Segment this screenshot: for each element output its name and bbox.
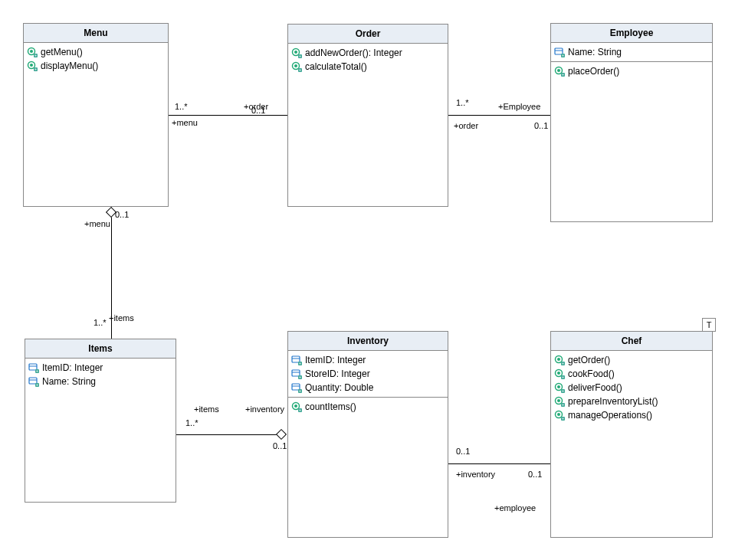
- method-row: displayMenu(): [24, 59, 168, 73]
- method-row: addNewOrder(): Integer: [288, 46, 448, 60]
- class-title: Menu: [24, 24, 168, 43]
- attr-icon: [28, 376, 39, 387]
- template-box: T: [702, 318, 716, 332]
- attr-row: ItemID: Integer: [288, 353, 448, 367]
- method-text: calculateTotal(): [305, 61, 367, 72]
- class-chef[interactable]: Chef getOrder() cookFood() deliverFood()…: [550, 331, 713, 538]
- class-order[interactable]: Order addNewOrder(): Integer calculateTo…: [287, 24, 448, 207]
- method-text: manageOperations(): [568, 410, 652, 421]
- role: +menu: [84, 219, 110, 228]
- method-text: deliverFood(): [568, 382, 622, 393]
- multiplicity: 1..*: [94, 318, 107, 327]
- method-icon: [291, 61, 302, 72]
- method-row: manageOperations(): [551, 408, 712, 422]
- role: +items: [194, 404, 219, 414]
- attr-text: ItemID: Integer: [305, 355, 366, 365]
- class-employee[interactable]: Employee Name: String placeOrder(): [550, 23, 713, 222]
- attr-icon: [291, 368, 302, 379]
- method-icon: [554, 355, 565, 365]
- connector-inventory-chef: [448, 463, 550, 464]
- class-inventory[interactable]: Inventory ItemID: Integer StoreID: Integ…: [287, 331, 448, 538]
- role: +Employee: [498, 102, 540, 111]
- attr-row: Name: String: [25, 375, 176, 388]
- method-text: placeOrder(): [568, 66, 619, 77]
- method-icon: [554, 396, 565, 407]
- method-icon: [27, 47, 38, 57]
- class-title: Employee: [551, 24, 712, 43]
- multiplicity: 0..1: [273, 441, 287, 450]
- method-icon: [554, 410, 565, 421]
- attr-text: Quantity: Double: [305, 382, 373, 393]
- multiplicity: 0..1: [456, 447, 470, 456]
- class-title: Items: [25, 339, 176, 359]
- class-title: Order: [288, 25, 448, 44]
- role: +menu: [172, 118, 198, 127]
- attr-text: StoreID: Integer: [305, 368, 370, 379]
- attr-text: Name: String: [42, 376, 96, 387]
- method-text: countItems(): [305, 401, 356, 412]
- method-row: deliverFood(): [551, 381, 712, 395]
- method-text: cookFood(): [568, 368, 615, 379]
- aggregation-diamond: [276, 429, 287, 440]
- class-menu[interactable]: Menu getMenu() displayMenu(): [23, 23, 169, 207]
- method-text: getOrder(): [568, 355, 610, 365]
- method-row: getOrder(): [551, 353, 712, 367]
- method-icon: [554, 66, 565, 77]
- method-icon: [27, 61, 38, 71]
- method-text: prepareInventoryList(): [568, 396, 658, 407]
- class-title: Inventory: [288, 332, 448, 351]
- connector-items-inventory: [176, 434, 282, 435]
- attr-row: Name: String: [551, 45, 712, 59]
- method-row: placeOrder(): [551, 64, 712, 78]
- role: +inventory: [456, 470, 495, 479]
- method-text: getMenu(): [41, 47, 83, 57]
- attr-text: Name: String: [568, 47, 622, 57]
- attr-row: Quantity: Double: [288, 381, 448, 395]
- attr-icon: [291, 382, 302, 393]
- attr-text: ItemID: Integer: [42, 362, 103, 373]
- method-row: getMenu(): [24, 45, 168, 59]
- method-row: countItems(): [288, 400, 448, 414]
- attr-row: ItemID: Integer: [25, 361, 176, 375]
- class-title: Chef: [551, 332, 712, 351]
- role: +inventory: [245, 404, 284, 414]
- connector-order-employee: [448, 115, 550, 116]
- multiplicity: 1..*: [185, 418, 199, 427]
- role: +order: [244, 102, 268, 111]
- method-row: prepareInventoryList(): [551, 395, 712, 408]
- multiplicity: 0..1: [115, 210, 129, 219]
- method-row: cookFood(): [551, 367, 712, 381]
- role: +employee: [494, 503, 536, 513]
- method-icon: [291, 47, 302, 58]
- connector-menu-order: [169, 115, 287, 116]
- method-icon: [291, 401, 302, 412]
- multiplicity: 0..1: [534, 121, 548, 130]
- method-icon: [554, 368, 565, 379]
- method-text: displayMenu(): [41, 61, 98, 71]
- attr-icon: [28, 362, 39, 373]
- attr-icon: [554, 47, 565, 57]
- role: +items: [109, 313, 134, 323]
- multiplicity: 1..*: [456, 98, 469, 107]
- role: +order: [454, 121, 478, 130]
- multiplicity: 0..1: [528, 470, 542, 479]
- method-icon: [554, 382, 565, 393]
- class-items[interactable]: Items ItemID: Integer Name: String: [25, 339, 176, 503]
- attr-icon: [291, 355, 302, 365]
- multiplicity: 1..*: [175, 102, 188, 111]
- method-row: calculateTotal(): [288, 60, 448, 74]
- attr-row: StoreID: Integer: [288, 367, 448, 381]
- method-text: addNewOrder(): Integer: [305, 47, 402, 58]
